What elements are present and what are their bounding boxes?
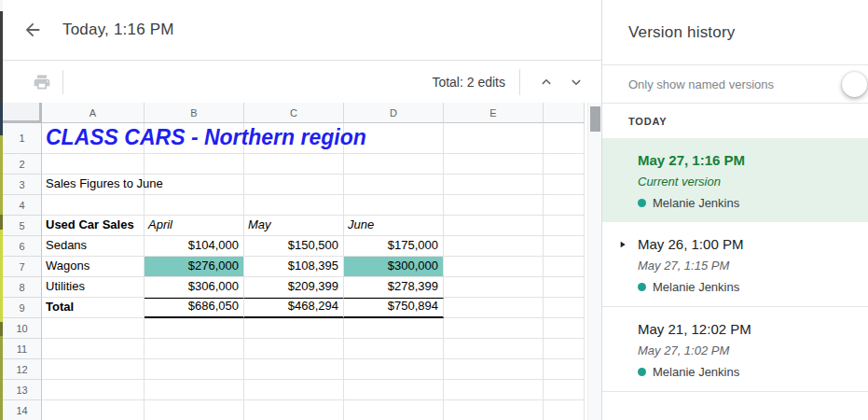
cell-E13[interactable] bbox=[444, 380, 544, 400]
row-header-4[interactable]: 4 bbox=[3, 195, 42, 216]
cell-C7[interactable]: $108,395 bbox=[244, 257, 344, 277]
cell-D8[interactable]: $278,399 bbox=[344, 277, 444, 298]
cell-D14[interactable] bbox=[344, 400, 444, 420]
cell-C3[interactable] bbox=[244, 175, 344, 195]
cell-D2[interactable] bbox=[344, 154, 444, 175]
cell-B8[interactable]: $306,000 bbox=[145, 277, 244, 298]
cell-F4[interactable] bbox=[544, 195, 585, 216]
column-header-D[interactable]: D bbox=[344, 103, 444, 123]
cell-B9[interactable]: $686,050 bbox=[145, 298, 244, 318]
scrollbar-thumb[interactable] bbox=[590, 106, 600, 132]
row-header-7[interactable]: 7 bbox=[3, 257, 42, 277]
column-header-E[interactable]: E bbox=[444, 103, 544, 123]
cell-B13[interactable] bbox=[145, 380, 244, 400]
cell-C4[interactable] bbox=[244, 195, 344, 216]
cell-B10[interactable] bbox=[145, 318, 244, 339]
cell-E5[interactable] bbox=[444, 216, 544, 236]
vertical-scrollbar[interactable] bbox=[587, 103, 601, 420]
cell-F11[interactable] bbox=[544, 339, 585, 359]
row-header-11[interactable]: 11 bbox=[3, 339, 42, 359]
row-header-14[interactable]: 14 bbox=[3, 400, 42, 420]
back-button[interactable] bbox=[21, 18, 45, 42]
cell-D9[interactable]: $750,894 bbox=[344, 298, 444, 318]
cell-F3[interactable] bbox=[544, 175, 585, 195]
cell-F1[interactable] bbox=[544, 123, 585, 154]
cell-E10[interactable] bbox=[444, 318, 544, 339]
row-header-9[interactable]: 9 bbox=[3, 298, 42, 318]
cell-C11[interactable] bbox=[244, 339, 344, 359]
cell-F8[interactable] bbox=[544, 277, 585, 298]
cell-D11[interactable] bbox=[344, 339, 444, 359]
row-header-6[interactable]: 6 bbox=[3, 236, 42, 257]
column-header-C[interactable]: C bbox=[244, 103, 344, 123]
cell-B2[interactable] bbox=[145, 154, 244, 175]
cell-A12[interactable] bbox=[42, 359, 145, 380]
print-button[interactable] bbox=[32, 72, 52, 92]
column-header-A[interactable]: A bbox=[42, 103, 145, 123]
cell-C10[interactable] bbox=[244, 318, 344, 339]
cell-C14[interactable] bbox=[244, 400, 344, 420]
cell-D4[interactable] bbox=[344, 195, 444, 216]
previous-edit-button[interactable] bbox=[534, 70, 558, 94]
cell-E7[interactable] bbox=[444, 257, 544, 277]
cell-A2[interactable] bbox=[42, 154, 145, 175]
cell-D5[interactable]: June bbox=[344, 216, 444, 236]
cell-D12[interactable] bbox=[344, 359, 444, 380]
cell-B14[interactable] bbox=[145, 400, 244, 420]
cell-A7[interactable]: Wagons bbox=[42, 257, 145, 277]
cell-B7[interactable]: $276,000 bbox=[145, 257, 244, 277]
cell-A9[interactable]: Total bbox=[42, 298, 145, 318]
row-header-10[interactable]: 10 bbox=[3, 318, 42, 339]
cell-E12[interactable] bbox=[444, 359, 544, 380]
cell-B12[interactable] bbox=[145, 359, 244, 380]
cell-F14[interactable] bbox=[544, 400, 585, 420]
cell-C5[interactable]: May bbox=[244, 216, 344, 236]
cell-A13[interactable] bbox=[42, 380, 145, 400]
column-header-B[interactable]: B bbox=[145, 103, 244, 123]
cell-D3[interactable] bbox=[344, 175, 444, 195]
row-header-13[interactable]: 13 bbox=[3, 380, 42, 400]
cell-B5[interactable]: April bbox=[145, 216, 244, 236]
cell-E6[interactable] bbox=[444, 236, 544, 257]
cell-E2[interactable] bbox=[444, 154, 544, 175]
cell-E3[interactable] bbox=[444, 175, 544, 195]
cell-D10[interactable] bbox=[344, 318, 444, 339]
cell-A11[interactable] bbox=[42, 339, 145, 359]
cell-E8[interactable] bbox=[444, 277, 544, 298]
select-all-corner[interactable] bbox=[3, 103, 42, 123]
row-header-2[interactable]: 2 bbox=[3, 154, 42, 175]
cell-F12[interactable] bbox=[544, 359, 585, 380]
row-header-8[interactable]: 8 bbox=[3, 277, 42, 298]
cell-D7[interactable]: $300,000 bbox=[344, 257, 444, 277]
version-item[interactable]: May 21, 12:02 PMMay 27, 1:02 PMMelanie J… bbox=[602, 307, 868, 392]
cell-E1[interactable] bbox=[444, 123, 544, 154]
cell-A5[interactable]: Used Car Sales bbox=[42, 216, 145, 236]
cell-A1[interactable]: CLASS CARS - Northern region bbox=[42, 123, 145, 154]
cell-F13[interactable] bbox=[544, 380, 585, 400]
cell-A6[interactable]: Sedans bbox=[42, 236, 145, 257]
cell-B4[interactable] bbox=[145, 195, 244, 216]
cell-E4[interactable] bbox=[444, 195, 544, 216]
version-item[interactable]: May 27, 1:16 PMCurrent versionMelanie Je… bbox=[602, 138, 868, 222]
version-item[interactable]: May 26, 1:00 PMMay 27, 1:15 PMMelanie Je… bbox=[602, 222, 868, 307]
cell-F5[interactable] bbox=[544, 216, 585, 236]
row-header-3[interactable]: 3 bbox=[3, 175, 42, 195]
cell-E9[interactable] bbox=[444, 298, 544, 318]
cell-A10[interactable] bbox=[42, 318, 145, 339]
cell-B6[interactable]: $104,000 bbox=[145, 236, 244, 257]
expand-arrow-icon[interactable] bbox=[617, 238, 628, 251]
row-header-1[interactable]: 1 bbox=[3, 123, 42, 154]
cell-E11[interactable] bbox=[444, 339, 544, 359]
cell-E14[interactable] bbox=[444, 400, 544, 420]
cell-D6[interactable]: $175,000 bbox=[344, 236, 444, 257]
cell-F7[interactable] bbox=[544, 257, 585, 277]
row-header-5[interactable]: 5 bbox=[3, 216, 42, 236]
cell-D13[interactable] bbox=[344, 380, 444, 400]
cell-A8[interactable]: Utilities bbox=[42, 277, 145, 298]
cell-C2[interactable] bbox=[244, 154, 344, 175]
row-header-12[interactable]: 12 bbox=[3, 359, 42, 380]
cell-F9[interactable] bbox=[544, 298, 585, 318]
cell-C6[interactable]: $150,500 bbox=[244, 236, 344, 257]
cell-A4[interactable] bbox=[42, 195, 145, 216]
cell-C13[interactable] bbox=[244, 380, 344, 400]
